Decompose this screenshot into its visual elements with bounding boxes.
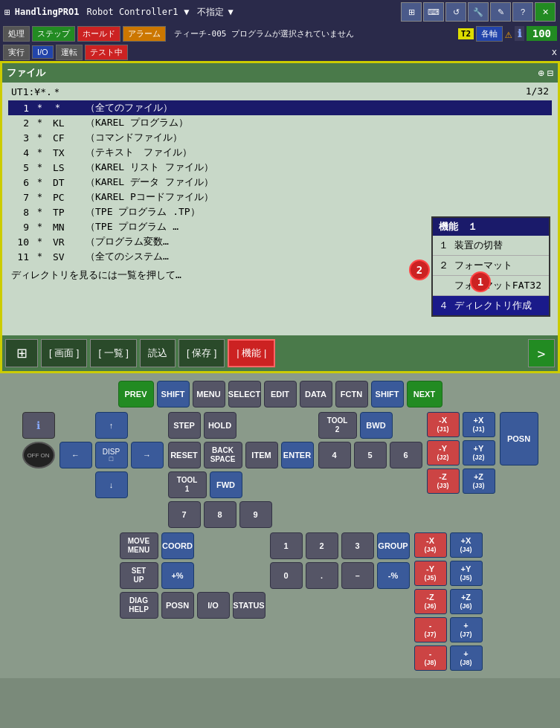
- hold-btn-kbd[interactable]: HOLD: [204, 412, 236, 439]
- jikko-btn[interactable]: 実行: [3, 45, 30, 60]
- axis-j8-neg-btn[interactable]: -(J8): [414, 645, 447, 671]
- tools-icon-btn[interactable]: 🔧: [468, 2, 489, 22]
- dot-btn[interactable]: .: [306, 562, 338, 589]
- axis-j8-pos-btn[interactable]: +(J8): [450, 645, 483, 671]
- zoom-icon[interactable]: ⊕: [538, 67, 544, 79]
- func-btn[interactable]: | 機能 |: [228, 339, 275, 367]
- grid-btn[interactable]: ⊞: [5, 339, 38, 367]
- refresh-icon-btn[interactable]: ↺: [445, 2, 466, 22]
- axis-j5-neg-btn[interactable]: -Y(J5): [414, 561, 447, 586]
- pencil-icon-btn[interactable]: ✎: [490, 2, 511, 22]
- axis-j7-pos-btn[interactable]: +(J7): [450, 617, 483, 642]
- alarm-btn[interactable]: アラーム: [123, 26, 166, 42]
- split-icon[interactable]: ⊟: [547, 67, 553, 79]
- diag-help-btn[interactable]: DIAGHELP: [120, 592, 158, 619]
- edit-btn[interactable]: EDIT: [264, 381, 297, 408]
- num7-btn[interactable]: 7: [168, 501, 201, 528]
- select-btn[interactable]: SELECT: [228, 381, 261, 408]
- axis-j6-pos-btn[interactable]: +Z(J6): [450, 589, 483, 614]
- screen-btn[interactable]: [ 画面 ]: [41, 339, 87, 367]
- axis-j4-pos-btn[interactable]: +X(J4): [450, 532, 483, 558]
- prev-btn[interactable]: PREV: [118, 381, 154, 408]
- num1-btn[interactable]: 1: [270, 532, 303, 559]
- list-btn[interactable]: [ 一覧 ]: [90, 339, 136, 367]
- test-chuu-btn[interactable]: テスト中: [85, 45, 128, 60]
- axis-z-pos-btn[interactable]: +Z(J3): [463, 468, 495, 494]
- ctx-item-1[interactable]: １ 装置の切替: [433, 236, 549, 256]
- axis-y-neg-btn[interactable]: -Y(J2): [427, 440, 460, 466]
- axis-z-neg-btn[interactable]: -Z(J3): [427, 468, 460, 494]
- ctx-item-2[interactable]: ２ フォーマット: [433, 256, 549, 276]
- shift-btn-left[interactable]: SHIFT: [157, 381, 190, 408]
- shift-btn-right[interactable]: SHIFT: [371, 381, 404, 408]
- table-row[interactable]: 5 ＊ LS （KAREL リスト ファイル）: [8, 160, 552, 175]
- table-row[interactable]: 1 ＊ ＊ （全てのファイル）: [8, 100, 552, 115]
- table-row[interactable]: 7 ＊ PC （KAREL Pコードファイル）: [8, 190, 552, 204]
- grid-icon-btn[interactable]: ⊞: [401, 2, 422, 22]
- status-btn[interactable]: STATUS: [233, 592, 265, 619]
- setup-btn[interactable]: SETUP: [120, 562, 158, 589]
- axis-j7-neg-btn[interactable]: -(J7): [414, 617, 447, 642]
- close-icon-btn[interactable]: ✕: [535, 2, 556, 22]
- axis-j4-neg-btn[interactable]: -X(J4): [414, 532, 447, 558]
- axis-x-pos-btn[interactable]: +X(J1): [463, 412, 495, 437]
- step-btn[interactable]: ステップ: [32, 26, 75, 42]
- minus-pct-btn[interactable]: -%: [377, 562, 410, 589]
- data-btn[interactable]: DATA: [300, 381, 332, 408]
- tool2-btn[interactable]: TOOL2: [318, 412, 357, 439]
- plus-pct-btn[interactable]: +%: [161, 562, 194, 589]
- off-on-btn[interactable]: OFF ON: [22, 442, 55, 468]
- axis-x-neg-btn[interactable]: -X(J1): [427, 412, 460, 437]
- num3-btn[interactable]: 3: [341, 532, 374, 559]
- table-row[interactable]: 4 ＊ TX （テキスト ファイル）: [8, 145, 552, 160]
- num2-btn[interactable]: 2: [306, 532, 338, 559]
- ctx-item-4[interactable]: ４ ディレクトリ作成: [433, 296, 549, 315]
- fctn-btn[interactable]: FCTN: [335, 381, 368, 408]
- num6-btn[interactable]: 6: [390, 442, 422, 468]
- table-row[interactable]: 2 ＊ KL （KAREL プログラム）: [8, 115, 552, 130]
- left-btn[interactable]: ←: [59, 442, 92, 468]
- read-btn[interactable]: 読込: [140, 339, 176, 367]
- hold-btn[interactable]: ホールド: [77, 26, 120, 42]
- down-btn[interactable]: ↓: [95, 471, 128, 498]
- up-btn[interactable]: ↑: [95, 412, 128, 439]
- menu-btn[interactable]: MENU: [193, 381, 225, 408]
- backspace-btn[interactable]: BACKSPACE: [204, 442, 242, 468]
- next-arrow-btn[interactable]: >: [528, 339, 555, 367]
- info-btn[interactable]: ℹ: [22, 412, 55, 439]
- posn-btn-kbd[interactable]: POSN: [161, 592, 194, 619]
- next-btn[interactable]: NEXT: [407, 381, 442, 408]
- io-btn-kbd[interactable]: I/O: [197, 592, 230, 619]
- group-btn[interactable]: GROUP: [377, 532, 410, 559]
- move-menu-btn[interactable]: MOVEMENU: [120, 532, 158, 559]
- io-btn[interactable]: I/O: [32, 45, 54, 59]
- num9-btn[interactable]: 9: [239, 501, 272, 528]
- num8-btn[interactable]: 8: [204, 501, 236, 528]
- disp-btn[interactable]: DISP □: [95, 442, 128, 468]
- shori-btn[interactable]: 処理: [3, 26, 30, 42]
- num4-btn[interactable]: 4: [318, 442, 351, 468]
- num5-btn[interactable]: 5: [354, 442, 387, 468]
- posn-side-btn[interactable]: POSN: [500, 412, 538, 466]
- axis-j6-neg-btn[interactable]: -Z(J6): [414, 589, 447, 614]
- save-btn[interactable]: [ 保存 ]: [178, 339, 225, 367]
- right-btn[interactable]: →: [131, 442, 164, 468]
- step-btn-kbd[interactable]: STEP: [168, 412, 201, 439]
- minus-btn[interactable]: －: [341, 562, 374, 589]
- coord-btn[interactable]: COORD: [161, 532, 194, 559]
- help-icon-btn[interactable]: ?: [512, 2, 533, 22]
- axis-y-pos-btn[interactable]: +Y(J2): [463, 440, 495, 466]
- table-row[interactable]: 6 ＊ DT （KAREL データ ファイル）: [8, 175, 552, 190]
- table-row[interactable]: 3 ＊ CF （コマンドファイル）: [8, 130, 552, 145]
- item-btn[interactable]: ITEM: [245, 442, 278, 468]
- keyboard-icon-btn[interactable]: ⌨: [423, 2, 444, 22]
- num0-btn[interactable]: 0: [270, 562, 303, 589]
- axis-j5-pos-btn[interactable]: +Y(J5): [450, 561, 483, 586]
- enter-btn[interactable]: ENTER: [281, 442, 314, 468]
- reset-btn[interactable]: RESET: [168, 442, 201, 468]
- bwd-btn[interactable]: BWD: [360, 412, 393, 439]
- fwd-btn[interactable]: FWD: [210, 471, 242, 498]
- unten-btn[interactable]: 運転: [56, 45, 83, 60]
- kakujiku-btn[interactable]: 各軸: [476, 26, 503, 42]
- ctx-item-format-fat32[interactable]: フォーマットFAT32: [433, 276, 549, 296]
